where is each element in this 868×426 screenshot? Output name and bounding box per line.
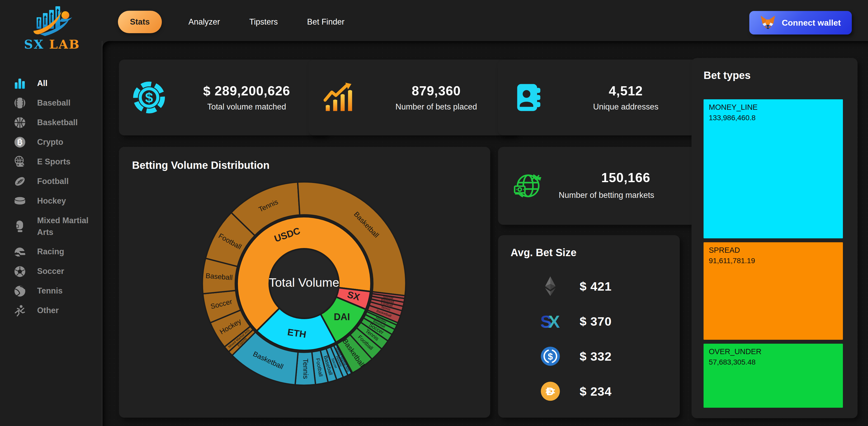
- avg-bet-row-sx: SX$ 370: [540, 304, 669, 339]
- betting-markets-value: 150,166: [601, 170, 650, 185]
- tab-stats[interactable]: Stats: [118, 11, 162, 33]
- bet-type-label: OVER_UNDER: [709, 347, 838, 356]
- avg-bet-row-usdc: $$ 332: [540, 339, 669, 374]
- sidebar-item-label: Basketball: [37, 117, 78, 129]
- avg-bet-size-card: Avg. Bet Size $ 421SX$ 370$$ 332Ð$ 234: [498, 235, 680, 418]
- bets-placed-card: 879,360 Number of bets placed: [309, 60, 516, 135]
- bet-types-title: Bet types: [704, 69, 751, 81]
- sidebar-item-label: Crypto: [37, 136, 63, 148]
- sidebar-item-label: Racing: [37, 246, 64, 258]
- dollar-coin-icon: $: [132, 81, 166, 114]
- sidebar-item-racing[interactable]: Racing: [0, 242, 101, 262]
- sx-logo: SX: [540, 312, 561, 331]
- svg-text:B: B: [17, 138, 23, 146]
- avg-bet-value-usdc: $ 332: [580, 349, 612, 364]
- bet-type-label: MONEY_LINE: [709, 103, 838, 111]
- sidebar-item-crypto[interactable]: BCrypto: [0, 132, 101, 152]
- bet-type-value: 91,611,781.19: [709, 257, 838, 265]
- sidebar-item-basketball[interactable]: Basketball: [0, 113, 101, 132]
- sunburst-chart: USDCEsportsMixed Martial ArtsHockeySocce…: [119, 147, 490, 418]
- sidebar-item-mixed-martial-arts[interactable]: Mixed Martial Arts: [0, 211, 101, 242]
- rising-bars-icon: [321, 81, 355, 114]
- sidebar-item-label: All: [37, 77, 48, 89]
- sidebar-item-label: Mixed Martial Arts: [37, 215, 96, 238]
- sunburst-center-label: Total Volume: [269, 275, 339, 289]
- bet-type-value: 57,683,305.48: [709, 358, 838, 366]
- metamask-fox-icon: [760, 15, 775, 30]
- hockey-puck-icon: [13, 196, 26, 206]
- football-icon: [13, 176, 26, 187]
- unique-addresses-card: 4,512 Unique addresses: [498, 60, 706, 135]
- unique-addresses-label: Unique addresses: [593, 102, 659, 111]
- sidebar-item-hockey[interactable]: Hockey: [0, 191, 101, 211]
- betting-markets-label: Number of betting markets: [559, 189, 654, 201]
- bet-type-block-spread[interactable]: SPREAD91,611,781.19: [704, 242, 843, 340]
- avg-bet-value-dai: $ 234: [580, 384, 612, 399]
- betting-volume-distribution-card: Betting Volume Distribution USDCEsportsM…: [119, 147, 490, 418]
- basketball-icon: [13, 117, 26, 128]
- total-volume-label: Total volume matched: [207, 102, 286, 111]
- avg-bet-row-dai: Ð$ 234: [540, 374, 669, 409]
- sidebar-item-label: Other: [37, 305, 59, 317]
- bets-placed-value: 879,360: [412, 84, 461, 99]
- total-volume-value: $ 289,200,626: [203, 84, 290, 99]
- logo-wordmark: SX LAB: [22, 37, 82, 52]
- sidebar-divider: [102, 41, 102, 426]
- boxing-glove-icon: [13, 221, 26, 232]
- bar-chart-icon: [13, 78, 26, 89]
- sidebar-item-tennis[interactable]: Tennis: [0, 281, 101, 301]
- bet-type-block-money_line[interactable]: MONEY_LINE133,986,460.8: [704, 99, 843, 238]
- avg-bet-value-eth: $ 421: [580, 279, 612, 294]
- baseball-icon: [13, 97, 26, 108]
- sidebar-item-label: Baseball: [37, 97, 70, 109]
- avg-bet-size-rows: $ 421SX$ 370$$ 332Ð$ 234: [540, 269, 669, 409]
- bets-placed-label: Number of bets placed: [396, 102, 477, 111]
- sidebar-item-label: Football: [37, 176, 69, 187]
- top-nav-tabs: StatsAnalyzerTipstersBet Finder: [118, 9, 347, 35]
- dai-logo: Ð: [540, 381, 561, 401]
- sidebar-item-soccer[interactable]: Soccer: [0, 262, 101, 281]
- tab-bet-finder[interactable]: Bet Finder: [305, 11, 347, 33]
- gamepad-icon: [13, 156, 26, 167]
- svg-text:$: $: [145, 90, 153, 105]
- connect-wallet-button[interactable]: Connect wallet: [749, 11, 852, 34]
- avg-bet-row-eth: $ 421: [540, 269, 669, 304]
- bet-type-value: 133,986,460.8: [709, 114, 838, 122]
- bet-types-treemap: MONEY_LINE133,986,460.8SPREAD91,611,781.…: [704, 99, 843, 408]
- sidebar-item-football[interactable]: Football: [0, 172, 101, 191]
- bitcoin-icon: B: [13, 137, 26, 148]
- address-book-icon: [511, 82, 545, 113]
- sidebar: AllBaseballBasketballBCryptoE SportsFoot…: [0, 74, 101, 320]
- bet-type-label: SPREAD: [709, 246, 838, 255]
- sidebar-item-all[interactable]: All: [0, 74, 101, 93]
- globe-money-icon: [511, 169, 545, 202]
- app: { "topbar": { "logo": {"sx": "SX", "lab"…: [0, 0, 868, 426]
- unique-addresses-value: 4,512: [609, 84, 643, 99]
- eth-logo: [540, 276, 561, 297]
- sidebar-item-label: Hockey: [37, 195, 66, 207]
- racing-helmet-icon: [13, 247, 26, 257]
- app-logo[interactable]: SX LAB: [22, 4, 82, 52]
- svg-text:DAI: DAI: [334, 312, 350, 322]
- total-volume-card: $ $ 289,200,626 Total volume matched: [119, 60, 327, 135]
- sidebar-item-label: Tennis: [37, 285, 63, 297]
- svg-text:$: $: [548, 351, 553, 361]
- usdc-logo: $: [540, 346, 561, 366]
- avg-bet-size-title: Avg. Bet Size: [510, 247, 577, 259]
- athlete-icon: [13, 305, 26, 316]
- bet-type-block-over_under[interactable]: OVER_UNDER57,683,305.48: [704, 344, 843, 408]
- sidebar-item-e-sports[interactable]: E Sports: [0, 152, 101, 172]
- sidebar-item-label: E Sports: [37, 156, 70, 168]
- svg-text:Ð: Ð: [547, 385, 555, 397]
- tab-analyzer[interactable]: Analyzer: [186, 11, 223, 33]
- betting-markets-card: 150,166 Number of betting markets: [498, 147, 706, 225]
- soccer-ball-icon: [13, 266, 26, 277]
- avg-bet-value-sx: $ 370: [580, 314, 612, 329]
- svg-text:X: X: [548, 312, 560, 331]
- tennis-ball-icon: [13, 286, 26, 297]
- tab-tipsters[interactable]: Tipsters: [247, 11, 280, 33]
- connect-wallet-label: Connect wallet: [782, 18, 841, 28]
- svg-text:Tennis: Tennis: [302, 359, 310, 379]
- sidebar-item-other[interactable]: Other: [0, 301, 101, 320]
- sidebar-item-baseball[interactable]: Baseball: [0, 93, 101, 113]
